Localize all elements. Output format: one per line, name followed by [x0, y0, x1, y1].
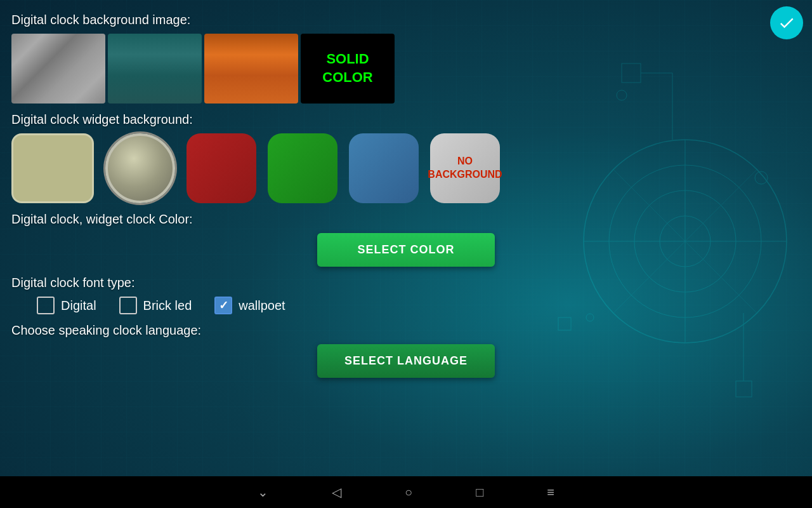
speaking-clock-section: Choose speaking clock language: SELECT L…	[11, 323, 801, 378]
font-option-digital[interactable]: Digital	[37, 297, 96, 314]
nav-back-icon[interactable]: ◁	[332, 485, 341, 500]
swatch-no-background[interactable]: NOBACKGROUND	[430, 133, 500, 203]
select-color-button[interactable]: SELECT COLOR	[317, 233, 495, 267]
swatch-green[interactable]	[268, 133, 337, 203]
select-language-button[interactable]: SELECT LANGUAGE	[317, 344, 495, 378]
font-type-section: Digital clock font type: Digital Brick l…	[11, 276, 801, 314]
widget-background-section: Digital clock widget background: NOBACKG…	[11, 112, 801, 203]
no-background-text: NOBACKGROUND	[428, 155, 502, 182]
checkbox-digital[interactable]	[37, 297, 55, 314]
background-image-section: Digital clock background image: SOLIDCOL…	[11, 13, 801, 104]
widget-bg-row: NOBACKGROUND	[11, 133, 801, 203]
swatch-gray-circle[interactable]	[105, 133, 175, 203]
font-type-label: Digital clock font type:	[11, 276, 801, 290]
background-image-label: Digital clock background image:	[11, 13, 801, 27]
solid-color-text: SOLIDCOLOR	[322, 50, 372, 86]
font-wallpoet-label: wallpoet	[239, 298, 285, 313]
navigation-bar: ⌄ ◁ ○ □ ≡	[0, 476, 812, 508]
font-option-wallpoet[interactable]: wallpoet	[214, 297, 285, 314]
widget-color-label: Digital clock, widget clock Color:	[11, 212, 801, 227]
swatch-red[interactable]	[187, 133, 256, 203]
checkbox-brick-led[interactable]	[119, 297, 137, 314]
background-images-row: SOLIDCOLOR	[11, 34, 801, 104]
widget-color-section: Digital clock, widget clock Color: SELEC…	[11, 212, 801, 267]
font-brick-led-label: Brick led	[143, 298, 192, 313]
nav-home-icon[interactable]: ○	[405, 485, 412, 500]
bg-image-solid-color[interactable]: SOLIDCOLOR	[301, 34, 395, 104]
swatch-blue[interactable]	[349, 133, 419, 203]
font-option-brick-led[interactable]: Brick led	[119, 297, 192, 314]
checkbox-wallpoet[interactable]	[214, 297, 232, 314]
nav-down-icon[interactable]: ⌄	[258, 485, 268, 500]
confirm-button[interactable]	[770, 6, 803, 39]
nav-recent-icon[interactable]: □	[476, 485, 483, 500]
bg-image-wood-gray[interactable]	[11, 34, 105, 104]
speaking-clock-label: Choose speaking clock language:	[11, 323, 801, 338]
font-digital-label: Digital	[61, 298, 96, 313]
bg-image-wood-orange[interactable]	[204, 34, 298, 104]
nav-menu-icon[interactable]: ≡	[547, 485, 554, 500]
widget-background-label: Digital clock widget background:	[11, 112, 801, 127]
swatch-olive[interactable]	[11, 133, 94, 203]
font-type-row: Digital Brick led wallpoet	[11, 297, 801, 314]
bg-image-wood-teal[interactable]	[108, 34, 202, 104]
